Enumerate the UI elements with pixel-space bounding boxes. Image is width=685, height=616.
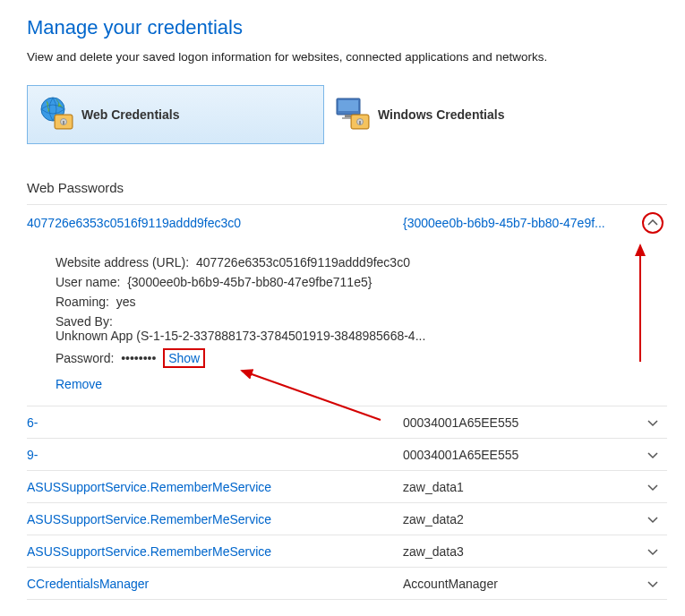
detail-roaming-value: yes bbox=[116, 295, 136, 309]
credential-row[interactable]: 9- 00034001A65EE555 bbox=[27, 439, 667, 471]
chevron-down-icon[interactable] bbox=[642, 480, 664, 494]
monitor-safe-icon bbox=[333, 95, 372, 134]
detail-password: Password: •••••••• Show bbox=[56, 348, 664, 368]
credential-name[interactable]: 407726e6353c0516f9119addd9fec3c0 bbox=[27, 216, 403, 230]
detail-savedby: Saved By: Unknown App (S-1-15-2-33788817… bbox=[56, 314, 664, 343]
credential-row[interactable]: ASUSSupportService.RememberMeService zaw… bbox=[27, 503, 667, 535]
credential-row[interactable]: ASUSSupportService.RememberMeService zaw… bbox=[27, 535, 667, 568]
credential-row-expanded-header[interactable]: 407726e6353c0516f9119addd9fec3c0 {3000ee… bbox=[27, 205, 667, 241]
credential-row[interactable]: ASUSSupportService.RememberMeService zaw… bbox=[27, 471, 667, 503]
detail-username: User name: {3000ee0b-b6b9-45b7-bb80-47e9… bbox=[56, 275, 664, 289]
detail-url-label: Website address (URL): bbox=[56, 255, 189, 270]
page-title: Manage your credentials bbox=[27, 16, 667, 39]
credential-name[interactable]: 9- bbox=[27, 448, 403, 462]
detail-username-label: User name: bbox=[56, 275, 120, 289]
svg-rect-6 bbox=[338, 100, 358, 111]
tab-windows-label: Windows Credentials bbox=[378, 107, 504, 122]
show-password-link[interactable]: Show bbox=[163, 348, 205, 368]
chevron-down-icon[interactable] bbox=[642, 512, 664, 526]
chevron-down-icon[interactable] bbox=[642, 448, 664, 462]
credential-value: zaw_data2 bbox=[403, 512, 642, 526]
detail-username-value: {3000ee0b-b6b9-45b7-bb80-47e9fbe711e5} bbox=[127, 275, 372, 289]
credential-details: Website address (URL): 407726e6353c0516f… bbox=[27, 241, 667, 406]
credential-row[interactable]: 6- 00034001A65EE555 bbox=[27, 406, 667, 439]
detail-url-value: 407726e6353c0516f9119addd9fec3c0 bbox=[196, 255, 410, 270]
detail-password-value: •••••••• bbox=[121, 351, 156, 365]
detail-password-label: Password: bbox=[56, 351, 114, 365]
detail-savedby-value: Unknown App (S-1-15-2-337888173-37845019… bbox=[56, 329, 425, 343]
credentials-list: 407726e6353c0516f9119addd9fec3c0 {3000ee… bbox=[27, 204, 667, 600]
section-heading-web-passwords: Web Passwords bbox=[27, 180, 667, 195]
credential-row[interactable]: CCredentialsManager AccountManager bbox=[27, 568, 667, 600]
globe-safe-icon bbox=[37, 95, 76, 134]
chevron-up-icon[interactable] bbox=[642, 212, 664, 234]
remove-credential-link[interactable]: Remove bbox=[56, 377, 102, 391]
svg-rect-4 bbox=[63, 121, 64, 124]
detail-savedby-label: Saved By: bbox=[56, 314, 113, 329]
svg-rect-12 bbox=[359, 121, 361, 124]
credential-value: 00034001A65EE555 bbox=[403, 448, 642, 462]
credential-value: AccountManager bbox=[403, 577, 642, 591]
credential-value: zaw_data1 bbox=[403, 480, 642, 494]
detail-roaming: Roaming: yes bbox=[56, 295, 664, 309]
credential-value: zaw_data3 bbox=[403, 544, 642, 559]
chevron-down-icon[interactable] bbox=[642, 577, 664, 591]
detail-roaming-label: Roaming: bbox=[56, 295, 109, 309]
tab-web-credentials[interactable]: Web Credentials bbox=[27, 85, 324, 144]
credential-value: 00034001A65EE555 bbox=[403, 415, 642, 430]
tab-windows-credentials[interactable]: Windows Credentials bbox=[324, 85, 621, 144]
page-subtitle: View and delete your saved logon informa… bbox=[27, 50, 667, 64]
chevron-down-icon[interactable] bbox=[642, 544, 664, 559]
credential-name[interactable]: CCredentialsManager bbox=[27, 577, 403, 591]
credential-name[interactable]: ASUSSupportService.RememberMeService bbox=[27, 512, 403, 526]
credential-name[interactable]: 6- bbox=[27, 415, 403, 430]
credential-type-tabs: Web Credentials Windows Credentials bbox=[27, 85, 667, 144]
credential-guid: {3000ee0b-b6b9-45b7-bb80-47e9f... bbox=[403, 216, 642, 230]
chevron-down-icon[interactable] bbox=[642, 415, 664, 430]
tab-web-label: Web Credentials bbox=[81, 107, 179, 122]
credential-name[interactable]: ASUSSupportService.RememberMeService bbox=[27, 544, 403, 559]
credential-name[interactable]: ASUSSupportService.RememberMeService bbox=[27, 480, 403, 494]
detail-url: Website address (URL): 407726e6353c0516f… bbox=[56, 255, 664, 270]
